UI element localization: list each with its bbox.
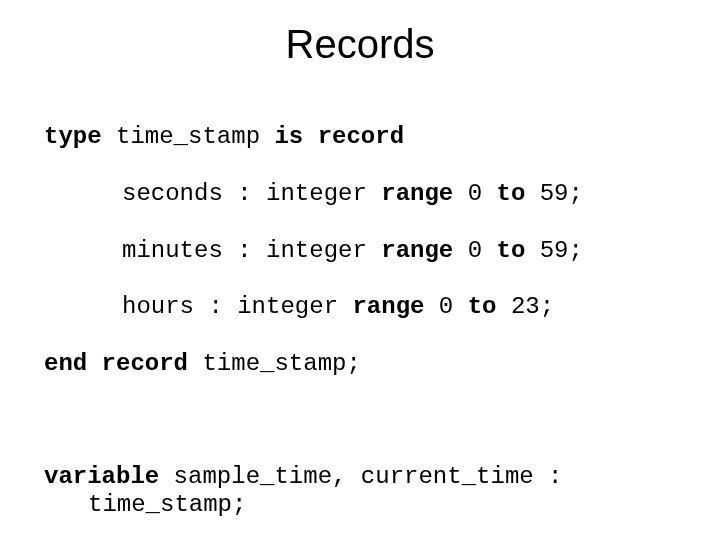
kw-range: range (381, 237, 453, 264)
kw-end-record: end record (44, 350, 188, 377)
txt: seconds : integer (122, 180, 381, 207)
txt: time_stamp; (188, 350, 361, 377)
blank-line (44, 406, 690, 434)
txt: 0 (453, 180, 496, 207)
kw-variable: variable (44, 463, 159, 490)
code-block: type time_stamp is record seconds : inte… (44, 95, 690, 540)
kw-range: range (381, 180, 453, 207)
kw-range: range (352, 293, 424, 320)
slide-title: Records (0, 22, 720, 67)
txt: sample_time, current_time : time_stamp; (88, 463, 577, 518)
txt: minutes : integer (122, 237, 381, 264)
txt: hours : integer (122, 293, 352, 320)
txt: 0 (424, 293, 467, 320)
txt: 59; (525, 237, 583, 264)
code-line-1: type time_stamp is record (44, 123, 690, 151)
slide: Records type time_stamp is record second… (0, 22, 720, 540)
kw-to: to (496, 237, 525, 264)
kw-to: to (496, 180, 525, 207)
kw-to: to (468, 293, 497, 320)
kw-type: type (44, 123, 102, 150)
txt: 59; (525, 180, 583, 207)
kw-is-record: is record (274, 123, 404, 150)
code-line-6: variable sample_time, current_time : tim… (44, 463, 690, 520)
code-line-5: end record time_stamp; (44, 350, 690, 378)
txt: time_stamp (102, 123, 275, 150)
txt: 0 (453, 237, 496, 264)
code-line-3: minutes : integer range 0 to 59; (122, 237, 690, 265)
code-line-2: seconds : integer range 0 to 59; (122, 180, 690, 208)
txt: 23; (496, 293, 554, 320)
code-line-4: hours : integer range 0 to 23; (122, 293, 690, 321)
